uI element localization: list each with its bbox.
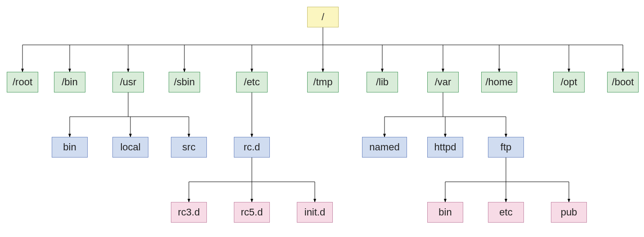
node-boot: /boot — [607, 72, 639, 92]
node-httpd: httpd — [427, 137, 463, 158]
node-ftp-pub: pub — [551, 202, 587, 223]
node-lib: /lib — [367, 72, 398, 92]
node-rc3d: rc3.d — [171, 202, 207, 223]
node-tmp: /tmp — [307, 72, 339, 92]
node-named: named — [362, 137, 407, 158]
node-usr: /usr — [112, 72, 144, 92]
connector-lines — [0, 0, 644, 237]
node-opt: /opt — [553, 72, 585, 92]
node-bin: /bin — [54, 72, 85, 92]
node-usr-bin: bin — [52, 137, 88, 158]
node-rcd: rc.d — [234, 137, 270, 158]
node-ftp: ftp — [488, 137, 524, 158]
node-root-dir: /root — [7, 72, 38, 92]
node-initd: init.d — [297, 202, 333, 223]
node-etc: /etc — [236, 72, 268, 92]
node-sbin: /sbin — [169, 72, 200, 92]
node-usr-local: local — [112, 137, 148, 158]
node-rc5d: rc5.d — [234, 202, 270, 223]
node-root: / — [307, 7, 339, 27]
node-home: /home — [481, 72, 517, 92]
node-usr-src: src — [171, 137, 207, 158]
node-ftp-etc: etc — [488, 202, 524, 223]
node-ftp-bin: bin — [427, 202, 463, 223]
node-var: /var — [427, 72, 459, 92]
